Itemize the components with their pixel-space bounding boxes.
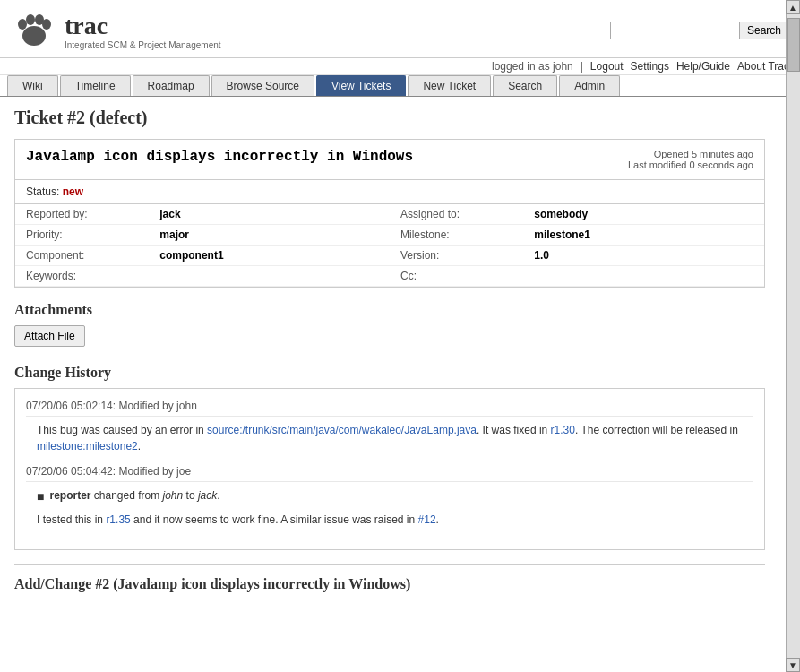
app-title: trac bbox=[65, 12, 221, 40]
change-history-box: 07/20/06 05:02:14: Modified by john This… bbox=[14, 388, 765, 550]
field-name: reporter bbox=[49, 489, 90, 502]
source-link[interactable]: source:/trunk/src/main/java/com/wakaleo/… bbox=[207, 424, 477, 436]
revision-link[interactable]: r1.30 bbox=[551, 424, 575, 436]
add-change-form-title: Add/Change #2 (Javalamp icon displays in… bbox=[14, 564, 765, 592]
ticket-box: Javalamp icon displays incorrectly in Wi… bbox=[14, 139, 765, 288]
attachments-section-title: Attachments bbox=[14, 302, 765, 318]
header: trac Integrated SCM & Project Management… bbox=[0, 0, 800, 58]
history-entry: 07/20/06 05:02:14: Modified by john This… bbox=[26, 400, 753, 454]
main-content: Ticket #2 (defect) Javalamp icon display… bbox=[0, 97, 779, 603]
tab-search[interactable]: Search bbox=[493, 75, 557, 96]
history-note: I tested this in r1.35 and it now seems … bbox=[37, 512, 753, 528]
attach-file-button[interactable]: Attach File bbox=[14, 325, 85, 347]
field-label: Cc: bbox=[390, 266, 523, 287]
table-row: Reported by: jack Assigned to: somebody bbox=[15, 204, 764, 225]
logged-in-text: logged in as john bbox=[492, 60, 573, 73]
help-link[interactable]: Help/Guide bbox=[676, 60, 730, 73]
ticket-header: Javalamp icon displays incorrectly in Wi… bbox=[15, 140, 764, 180]
field-value: 1.0 bbox=[523, 246, 764, 266]
new-value: jack bbox=[198, 489, 217, 502]
logo-area: trac Integrated SCM & Project Management bbox=[11, 7, 221, 54]
ticket-title: Javalamp icon displays incorrectly in Wi… bbox=[26, 149, 413, 165]
separator: | bbox=[581, 60, 583, 73]
field-label: Reported by: bbox=[15, 204, 149, 225]
tab-admin[interactable]: Admin bbox=[559, 75, 620, 96]
svg-point-1 bbox=[18, 19, 27, 30]
tab-new-ticket[interactable]: New Ticket bbox=[408, 75, 491, 96]
status-value: new bbox=[63, 185, 83, 198]
history-body: This bug was caused by an error in sourc… bbox=[26, 422, 753, 454]
table-row: Priority: major Milestone: milestone1 bbox=[15, 225, 764, 246]
change-text: reporter changed from john to jack. bbox=[49, 487, 219, 504]
field-value bbox=[149, 266, 390, 287]
ticket-status: Status: new bbox=[15, 180, 764, 204]
history-body: ■ reporter changed from john to jack. I … bbox=[26, 487, 753, 528]
old-value: john bbox=[163, 489, 184, 502]
tab-roadmap[interactable]: Roadmap bbox=[133, 75, 210, 96]
logout-link[interactable]: Logout bbox=[590, 60, 624, 73]
search-input[interactable] bbox=[610, 22, 735, 39]
milestone-link[interactable]: milestone:milestone2 bbox=[37, 440, 138, 452]
history-change: ■ reporter changed from john to jack. bbox=[37, 487, 753, 506]
history-timestamp: 07/20/06 05:02:14: Modified by john bbox=[26, 400, 753, 417]
issue-link[interactable]: #12 bbox=[418, 513, 436, 526]
svg-point-0 bbox=[22, 26, 46, 46]
search-button[interactable]: Search bbox=[739, 22, 789, 39]
bullet-icon: ■ bbox=[37, 487, 44, 506]
tab-timeline[interactable]: Timeline bbox=[60, 75, 131, 96]
scrollbar-thumb[interactable] bbox=[787, 18, 800, 72]
page-title: Ticket #2 (defect) bbox=[14, 108, 765, 128]
field-value: jack bbox=[149, 204, 390, 225]
tab-wiki[interactable]: Wiki bbox=[7, 75, 58, 96]
field-label: Version: bbox=[390, 246, 523, 266]
ticket-meta: Opened 5 minutes ago Last modified 0 sec… bbox=[628, 149, 753, 170]
trac-logo-icon bbox=[11, 7, 57, 54]
field-value: major bbox=[149, 225, 390, 246]
settings-link[interactable]: Settings bbox=[631, 60, 669, 73]
status-label: Status: bbox=[26, 185, 59, 198]
about-link[interactable]: About Trac bbox=[737, 60, 789, 73]
scrollbar: ▲ ▼ bbox=[786, 0, 800, 603]
table-row: Keywords: Cc: bbox=[15, 266, 764, 287]
ticket-fields-table: Reported by: jack Assigned to: somebody … bbox=[15, 204, 764, 287]
field-value: milestone1 bbox=[523, 225, 764, 246]
field-label: Assigned to: bbox=[390, 204, 523, 225]
field-label: Milestone: bbox=[390, 225, 523, 246]
table-row: Component: component1 Version: 1.0 bbox=[15, 246, 764, 266]
user-bar: logged in as john | Logout Settings Help… bbox=[0, 58, 800, 75]
nav-tabs: Wiki Timeline Roadmap Browse Source View… bbox=[0, 75, 800, 97]
ticket-opened: Opened 5 minutes ago bbox=[628, 149, 753, 159]
ticket-last-modified: Last modified 0 seconds ago bbox=[628, 159, 753, 170]
svg-point-2 bbox=[26, 14, 35, 25]
field-value: somebody bbox=[523, 204, 764, 225]
field-value bbox=[523, 266, 764, 287]
field-label: Priority: bbox=[15, 225, 149, 246]
history-entry: 07/20/06 05:04:42: Modified by joe ■ rep… bbox=[26, 465, 753, 528]
svg-point-4 bbox=[42, 19, 51, 30]
field-label: Component: bbox=[15, 246, 149, 266]
logo-text-area: trac Integrated SCM & Project Management bbox=[65, 12, 221, 50]
tab-view-tickets[interactable]: View Tickets bbox=[316, 75, 406, 96]
field-value: component1 bbox=[149, 246, 390, 266]
revision-link2[interactable]: r1.35 bbox=[106, 513, 130, 526]
history-text: This bug was caused by an error in sourc… bbox=[37, 422, 753, 454]
app-subtitle: Integrated SCM & Project Management bbox=[65, 40, 221, 50]
change-history-title: Change History bbox=[14, 365, 765, 381]
scrollbar-up-arrow[interactable]: ▲ bbox=[786, 0, 800, 14]
tab-browse-source[interactable]: Browse Source bbox=[211, 75, 314, 96]
header-search-area: Search bbox=[610, 22, 789, 39]
history-timestamp: 07/20/06 05:04:42: Modified by joe bbox=[26, 465, 753, 482]
field-label: Keywords: bbox=[15, 266, 149, 287]
